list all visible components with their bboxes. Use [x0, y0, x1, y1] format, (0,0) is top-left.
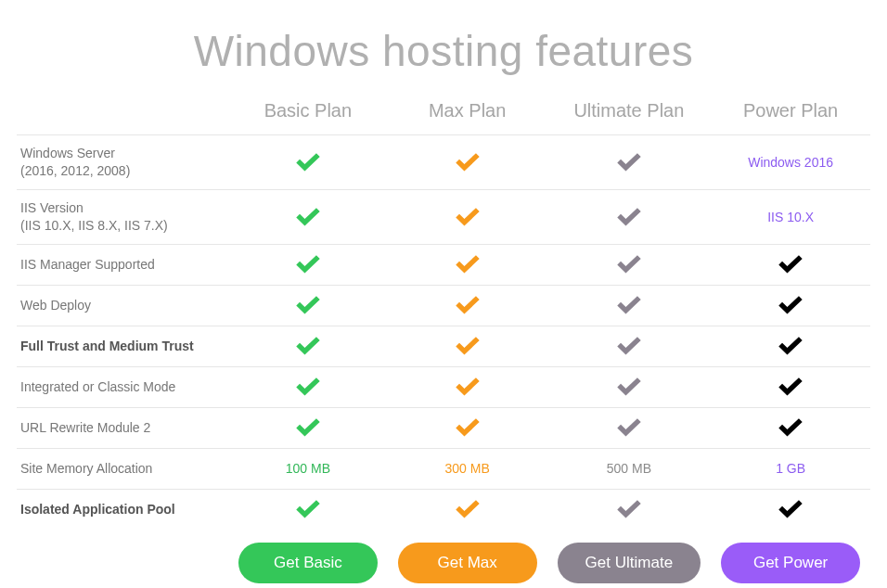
button-cell: Get Max	[388, 530, 547, 588]
check-icon	[778, 255, 803, 274]
feature-value	[388, 244, 547, 285]
check-icon	[296, 377, 320, 396]
feature-value	[388, 326, 547, 366]
check-icon	[456, 255, 480, 274]
check-icon	[617, 337, 641, 355]
header-plan-basic: Basic Plan	[228, 95, 388, 135]
check-icon	[456, 500, 480, 518]
check-icon	[778, 418, 803, 437]
feature-value	[711, 366, 870, 407]
feature-value	[228, 489, 388, 530]
feature-label: URL Rewrite Module 2	[17, 407, 228, 448]
check-icon	[296, 255, 320, 274]
check-icon	[778, 500, 803, 518]
feature-label: Site Memory Allocation	[17, 448, 228, 489]
get-ultimate-button[interactable]: Get Ultimate	[558, 543, 701, 583]
table-row: Site Memory Allocation100 MB300 MB500 MB…	[17, 448, 870, 489]
feature-value: IIS 10.X	[711, 189, 870, 244]
table-row: Integrated or Classic Mode	[17, 366, 870, 407]
table-row: Web Deploy	[17, 285, 870, 326]
header-plan-ultimate: Ultimate Plan	[547, 95, 712, 135]
feature-value	[547, 407, 712, 448]
feature-value	[388, 489, 547, 530]
feature-value	[711, 244, 870, 285]
check-icon	[456, 208, 480, 226]
check-icon	[617, 208, 641, 226]
feature-value-text: 500 MB	[607, 461, 651, 476]
feature-label: Windows Server(2016, 2012, 2008)	[17, 135, 228, 190]
button-row: Get BasicGet MaxGet UltimateGet Power	[17, 530, 870, 588]
feature-value: 100 MB	[228, 448, 388, 489]
get-power-button[interactable]: Get Power	[721, 543, 860, 583]
feature-value	[228, 326, 388, 366]
feature-value-text: 100 MB	[286, 461, 330, 476]
page-title: Windows hosting features	[0, 26, 887, 76]
feature-value-text: 1 GB	[776, 461, 805, 476]
check-icon	[778, 377, 803, 396]
button-cell: Get Ultimate	[547, 530, 712, 588]
header-row: Basic Plan Max Plan Ultimate Plan Power …	[17, 95, 870, 135]
feature-label: IIS Manager Supported	[17, 244, 228, 285]
spacer	[17, 530, 228, 588]
header-plan-max: Max Plan	[388, 95, 547, 135]
table-row: URL Rewrite Module 2	[17, 407, 870, 448]
feature-value: Windows 2016	[711, 135, 870, 190]
get-max-button[interactable]: Get Max	[398, 543, 537, 583]
table-row: Windows Server(2016, 2012, 2008)Windows …	[17, 135, 870, 190]
check-icon	[456, 153, 480, 172]
feature-value	[547, 189, 712, 244]
feature-value	[388, 189, 547, 244]
feature-value	[711, 285, 870, 326]
check-icon	[296, 153, 320, 172]
check-icon	[456, 337, 480, 355]
feature-label: Web Deploy	[17, 285, 228, 326]
table-row: Isolated Application Pool	[17, 489, 870, 530]
feature-value	[388, 135, 547, 190]
feature-value-text: Windows 2016	[748, 155, 833, 170]
check-icon	[617, 153, 641, 172]
check-icon	[456, 377, 480, 396]
feature-value	[228, 285, 388, 326]
check-icon	[778, 296, 803, 314]
table-row: IIS Version(IIS 10.X, IIS 8.X, IIS 7.X)I…	[17, 189, 870, 244]
feature-label: Isolated Application Pool	[17, 489, 228, 530]
check-icon	[456, 418, 480, 437]
check-icon	[617, 377, 641, 396]
feature-value	[547, 366, 712, 407]
check-icon	[617, 296, 641, 314]
feature-value-text: 300 MB	[445, 461, 490, 476]
feature-value	[228, 244, 388, 285]
header-feature	[17, 95, 228, 135]
check-icon	[778, 337, 803, 355]
feature-value	[388, 366, 547, 407]
check-icon	[296, 296, 320, 314]
check-icon	[617, 418, 641, 437]
feature-value: 500 MB	[547, 448, 712, 489]
feature-value	[547, 244, 712, 285]
get-basic-button[interactable]: Get Basic	[238, 543, 378, 583]
feature-value	[547, 489, 712, 530]
feature-value	[388, 407, 547, 448]
button-cell: Get Power	[711, 530, 870, 588]
feature-value-text: IIS 10.X	[767, 210, 814, 224]
check-icon	[296, 337, 320, 355]
feature-value	[711, 407, 870, 448]
feature-value	[228, 189, 388, 244]
check-icon	[617, 255, 641, 274]
feature-value	[711, 326, 870, 366]
check-icon	[296, 418, 320, 437]
feature-label: IIS Version(IIS 10.X, IIS 8.X, IIS 7.X)	[17, 189, 228, 244]
feature-value	[228, 366, 388, 407]
check-icon	[296, 500, 320, 518]
feature-value	[547, 326, 712, 366]
feature-label: Integrated or Classic Mode	[17, 366, 228, 407]
button-cell: Get Basic	[228, 530, 388, 588]
check-icon	[617, 500, 641, 518]
features-table: Basic Plan Max Plan Ultimate Plan Power …	[17, 95, 870, 588]
table-row: Full Trust and Medium Trust	[17, 326, 870, 366]
feature-value	[711, 489, 870, 530]
feature-label: Full Trust and Medium Trust	[17, 326, 228, 366]
feature-value	[388, 285, 547, 326]
feature-value: 1 GB	[711, 448, 870, 489]
feature-value	[228, 407, 388, 448]
